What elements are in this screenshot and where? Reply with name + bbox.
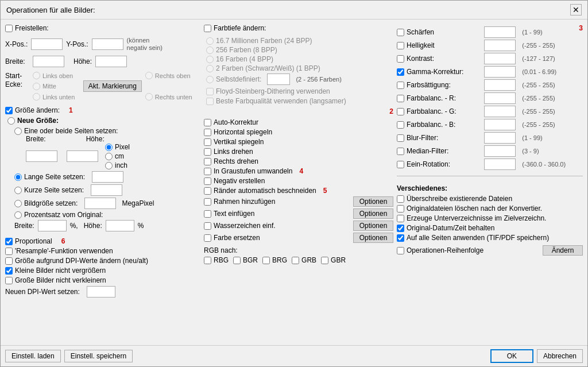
rechts-drehen-checkbox[interactable] [204,158,211,165]
cm-radio[interactable]: cm [105,152,130,160]
akt-markierung-button[interactable]: Akt. Markierung [83,80,142,92]
schaerfen-checkbox-label[interactable]: Schärfen [397,28,481,36]
grb-checkbox-label[interactable]: GRB [292,256,316,264]
eein-checkbox-label[interactable]: Eein-Rotation: [397,160,481,168]
blur-checkbox-label[interactable]: Blur-Filter: [397,134,481,142]
farbtiefe-checkbox-label[interactable]: Farbtiefe ändern: [204,24,266,32]
eein-input[interactable] [484,159,516,170]
pixel-radio[interactable]: Pixel [105,143,130,151]
breite2-input[interactable] [26,150,57,162]
wasserzeichen-checkbox[interactable] [204,222,211,230]
floyd-checkbox-label[interactable]: Floyd-Steinberg-Dithering verwenden [206,87,330,95]
original-loeschen-checkbox-label[interactable]: Originaldateien löschen nach der Konvert… [397,204,542,213]
median-checkbox[interactable] [397,148,404,155]
wasserzeichen-optionen-button[interactable]: Optionen [353,221,393,231]
gamma-checkbox[interactable] [397,68,404,76]
farbe16-radio[interactable]: 16 Farben (4 BPP) [206,55,393,63]
eine-beide-label[interactable]: Eine oder beide Seiten setzen: [14,127,118,135]
prozentsatz-radio[interactable]: Prozentsatz vom Original: [14,211,200,219]
resample-checkbox-label[interactable]: 'Resample'-Funktion verwenden [5,247,113,255]
ueberschreibe-checkbox-label[interactable]: Überschreibe existierende Dateien [397,195,512,203]
grb-checkbox[interactable] [292,257,299,264]
negativ-checkbox-label[interactable]: Negativ erstellen [204,177,265,185]
ok-button[interactable]: OK [490,349,533,363]
groesse-aendern-checkbox[interactable] [5,107,13,114]
kontrast-checkbox[interactable] [397,55,404,63]
breite-pct-input[interactable]: 70.00 [38,220,67,231]
lange-seite-input[interactable]: 1920 [92,171,123,183]
blur-input[interactable]: 1 [484,132,516,144]
farbb-checkbox-label[interactable]: Farbbalanc. - B: [397,121,481,129]
operationen-checkbox-label[interactable]: Operationen-Reihenfolge [397,246,539,254]
gamma-input[interactable]: 0.6 [484,66,516,78]
kurze-seite-input[interactable]: 1200 [91,184,122,196]
bgr-checkbox[interactable] [233,257,241,264]
operationen-checkbox[interactable] [397,247,404,254]
farbg-checkbox[interactable] [397,108,404,115]
negativ-checkbox[interactable] [204,177,211,185]
rahmen-checkbox-label[interactable]: Rahmen hinzufügen [204,198,350,206]
text-checkbox-label[interactable]: Text einfügen [204,210,350,218]
grosse-bilder-checkbox-label[interactable]: Große Bilder nicht verkleinern [5,276,106,284]
wasserzeichen-checkbox-label[interactable]: Wasserzeichen einf. [204,222,350,230]
farbs-checkbox-label[interactable]: Farbsättigung: [397,81,481,89]
gamma-checkbox-label[interactable]: Gamma-Korrektur: [397,68,481,76]
links-unten-radio[interactable]: Links unten [33,93,80,101]
brg-checkbox-label[interactable]: BRG [262,256,287,264]
gbr-checkbox[interactable] [321,257,328,264]
rechts-oben-radio[interactable]: Rechts oben [145,72,192,79]
inch-radio[interactable]: inch [105,161,130,169]
datum-checkbox[interactable] [397,225,404,232]
auto-korrektur-checkbox[interactable] [204,119,211,126]
floyd-checkbox[interactable] [206,88,214,95]
kleine-bilder-checkbox[interactable] [5,267,13,275]
graustufen-checkbox[interactable] [204,168,211,175]
farbg-input[interactable] [484,106,516,117]
freistellen-checkbox[interactable] [5,25,13,32]
farbe256-radio[interactable]: 256 Farben (8 BPP) [206,46,393,54]
farbb-input[interactable] [484,119,516,130]
neue-groesse-radio[interactable]: Neue Größe: [7,117,59,125]
hoehe2-input[interactable] [67,150,98,162]
breite-input[interactable] [33,56,64,67]
raender-checkbox[interactable] [204,187,211,195]
abbrechen-button[interactable]: Abbrechen [537,349,583,363]
horizontal-checkbox-label[interactable]: Horizontal spiegeln [204,128,272,136]
rahmen-checkbox[interactable] [204,198,211,206]
text-checkbox[interactable] [204,210,211,218]
ypos-input[interactable]: 0 [92,38,123,50]
original-loeschen-checkbox[interactable] [397,205,404,213]
farbr-checkbox[interactable] [397,95,404,102]
neuen-dpi-input[interactable] [87,286,115,298]
helligkeit-input[interactable]: 14 [484,40,516,51]
mitte-radio[interactable]: Mitte [33,83,80,90]
proportional-checkbox-label[interactable]: Proportional [5,237,52,245]
selbstdefiniert-radio[interactable]: Selbstdefiniert: [206,75,261,83]
farbs-input[interactable] [484,79,516,91]
beste-checkbox[interactable] [206,98,214,105]
bgr-checkbox-label[interactable]: BGR [233,256,258,264]
median-input[interactable]: 3 [484,145,516,157]
xpos-input[interactable]: 0 [31,38,63,50]
dpi-aendern-checkbox[interactable] [5,257,13,265]
einstell-laden-button[interactable]: Einstell. laden [5,350,61,362]
auto-korrektur-checkbox-label[interactable]: Auto-Korrektur [204,118,258,126]
kurze-seite-radio[interactable]: Kurze Seite setzen: [14,186,84,194]
selbstdefiniert-input[interactable]: 0 [267,74,290,85]
farbr-input[interactable] [484,92,516,104]
farbe-ersetzen-checkbox[interactable] [204,234,211,242]
text-optionen-button[interactable]: Optionen [353,208,393,219]
helligkeit-checkbox[interactable] [397,42,404,49]
kontrast-input[interactable] [484,53,516,64]
freistellen-label[interactable]: Freistellen: [5,24,49,32]
horizontal-checkbox[interactable] [204,129,211,136]
dpi-aendern-checkbox-label[interactable]: Größe aufgrund DPI-Werte ändern (neu/alt… [5,257,148,265]
schaerfen-checkbox[interactable] [397,29,404,36]
vertikal-checkbox[interactable] [204,138,211,146]
ueberschreibe-checkbox[interactable] [397,195,404,203]
alle-seiten-checkbox[interactable] [397,234,404,242]
links-drehen-checkbox-label[interactable]: Links drehen [204,148,253,156]
datum-checkbox-label[interactable]: Original-Datum/Zeit behalten [397,224,494,232]
gbr-checkbox-label[interactable]: GBR [321,256,346,264]
proportional-checkbox[interactable] [5,238,13,245]
